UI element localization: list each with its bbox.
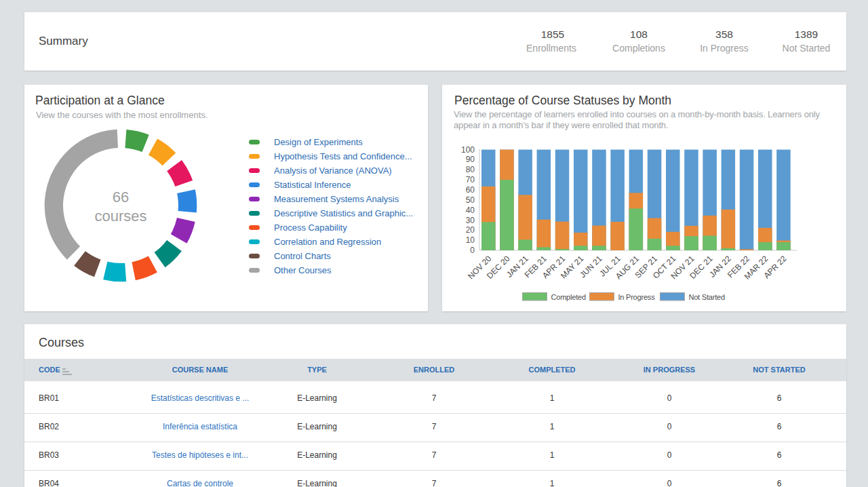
- svg-text:100: 100: [461, 145, 475, 155]
- svg-text:80: 80: [466, 165, 475, 174]
- svg-text:70: 70: [466, 175, 475, 184]
- svg-text:30: 30: [466, 216, 475, 225]
- svg-text:In Progress: In Progress: [618, 293, 655, 301]
- svg-text:40: 40: [466, 206, 475, 215]
- svg-text:Not Started: Not Started: [688, 293, 725, 301]
- svg-text:0: 0: [470, 246, 475, 255]
- svg-text:Completed: Completed: [551, 293, 586, 301]
- svg-text:20: 20: [466, 225, 475, 235]
- svg-text:60: 60: [466, 185, 475, 195]
- svg-text:50: 50: [466, 195, 475, 205]
- svg-text:10: 10: [466, 235, 475, 245]
- svg-text:90: 90: [466, 155, 475, 164]
